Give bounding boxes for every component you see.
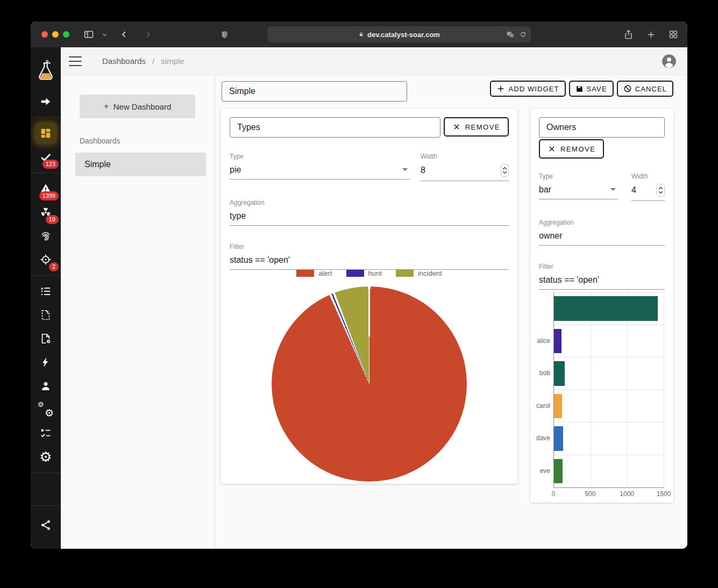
sidebar-item-users[interactable] [34, 374, 58, 398]
type-select-field[interactable]: Type pie [230, 153, 410, 181]
catalyst-flask-logo[interactable] [34, 51, 58, 90]
sidebar-item-alerts[interactable]: 1399 [34, 177, 58, 200]
rail-spacer [31, 472, 61, 505]
tasks-badge: 123 [42, 160, 59, 169]
minimize-window-button[interactable] [52, 31, 59, 38]
gridline [664, 292, 664, 487]
hunts-badge: 2 [49, 262, 59, 271]
forward-icon[interactable] [141, 28, 154, 41]
new-dashboard-button[interactable]: + New Dashboard [80, 95, 195, 118]
bar[interactable] [554, 426, 563, 451]
bar-category-label: bob [534, 357, 550, 390]
legend-label: incident [418, 269, 442, 277]
remove-widget-button[interactable]: REMOVE [444, 117, 509, 137]
privacy-shield-icon[interactable] [218, 28, 231, 41]
aggregation-field[interactable]: Aggregation type [230, 199, 509, 226]
sidebar-item-settings[interactable]: ⚙ [34, 445, 58, 469]
legend-label: hunt [368, 269, 382, 277]
traffic-lights [41, 31, 69, 38]
dashboard-title-input[interactable] [222, 81, 407, 102]
chevron-down-icon[interactable] [101, 28, 108, 41]
type-value: bar [539, 185, 551, 195]
sidebar-item-share[interactable] [34, 513, 58, 537]
sidebar-item-dashboards[interactable] [34, 121, 58, 145]
sidebar-item-tasks[interactable]: 123 [34, 145, 58, 169]
widget-name-input[interactable] [539, 117, 665, 138]
add-widget-button[interactable]: ADD WIDGET [490, 81, 565, 97]
pie-chart[interactable] [272, 286, 467, 482]
browser-titlebar: dev.catalyst-soar.com [31, 21, 687, 47]
sidebar-item-arrow[interactable] [34, 90, 58, 113]
width-label: Width [421, 153, 509, 160]
bar[interactable] [554, 394, 562, 419]
sidebar-item-hunts[interactable]: 2 [34, 248, 58, 271]
user-avatar[interactable] [662, 54, 677, 69]
legend-swatch [296, 270, 314, 277]
cancel-button[interactable]: CANCEL [617, 81, 673, 97]
bar[interactable] [554, 329, 561, 354]
menu-icon[interactable] [69, 56, 82, 66]
sidebar-item-forensics[interactable] [34, 224, 58, 248]
share-page-icon[interactable] [622, 28, 635, 41]
number-stepper[interactable] [657, 184, 665, 197]
bar[interactable] [554, 459, 563, 484]
legend-swatch [346, 270, 364, 277]
plus-icon [496, 84, 505, 93]
bar-row [554, 455, 664, 488]
remove-label: REMOVE [465, 123, 500, 131]
sidebar-item-jobs[interactable]: ⚙ ⚙ [34, 398, 58, 421]
widget-name-input[interactable] [230, 117, 440, 138]
gear-icon: ⚙ [39, 450, 52, 464]
legend-item[interactable]: alert [296, 269, 332, 277]
url-text: dev.catalyst-soar.com [367, 31, 440, 39]
alerts-badge: 1399 [39, 191, 59, 200]
sidebar-item-lists[interactable] [34, 279, 58, 303]
bar-category-label [534, 292, 550, 325]
address-bar[interactable]: dev.catalyst-soar.com [267, 26, 531, 42]
save-label: SAVE [587, 85, 607, 93]
width-value: 8 [421, 166, 425, 175]
legend-item[interactable]: incident [396, 269, 442, 277]
width-field[interactable]: Width 4 [631, 173, 665, 201]
app-rail: 123 1399 19 [31, 47, 61, 549]
bar[interactable] [554, 296, 658, 321]
type-label: Type [539, 173, 618, 180]
breadcrumb-dashboards[interactable]: Dashboards [102, 56, 146, 66]
bar-row [554, 357, 664, 390]
type-select-field[interactable]: Type bar [539, 173, 618, 201]
sidebar-item-rules[interactable] [34, 421, 58, 445]
tab-overview-icon[interactable] [667, 28, 680, 41]
dashboard-list-item[interactable]: Simple [75, 153, 206, 176]
zoom-window-button[interactable] [63, 31, 69, 38]
x-tick-label: 1000 [620, 490, 634, 498]
aggregation-label: Aggregation [539, 219, 665, 226]
filter-field[interactable]: Filter status == 'open' [230, 243, 509, 270]
filter-label: Filter [230, 243, 509, 250]
reload-icon[interactable] [520, 31, 527, 38]
translate-icon[interactable] [507, 31, 515, 38]
remove-widget-button[interactable]: REMOVE [539, 139, 604, 159]
width-field[interactable]: Width 8 [421, 153, 509, 181]
aggregation-field[interactable]: Aggregation owner [539, 219, 665, 246]
legend-item[interactable]: hunt [346, 269, 382, 277]
width-label: Width [631, 173, 665, 180]
new-tab-icon[interactable] [644, 28, 657, 41]
save-button[interactable]: SAVE [569, 81, 614, 97]
dashboard-editor: ADD WIDGET SAVE CANCEL [215, 75, 687, 549]
bar[interactable] [554, 361, 565, 386]
breadcrumb-separator: / [152, 56, 154, 66]
sidebar-item-incidents[interactable]: 19 [34, 200, 58, 224]
legend-swatch [396, 270, 414, 277]
sidebar-item-playbooks[interactable] [34, 327, 58, 350]
number-stepper[interactable] [501, 164, 509, 177]
sidebar-toggle-icon[interactable] [82, 28, 95, 41]
file-gear-icon [40, 333, 52, 345]
close-window-button[interactable] [41, 31, 48, 38]
sidebar-item-templates[interactable] [34, 303, 58, 327]
sidebar-item-automations[interactable] [34, 350, 58, 374]
bar-category-label: dave [534, 422, 550, 455]
back-icon[interactable] [118, 28, 131, 41]
bar-row [554, 422, 664, 455]
widget-card-types: REMOVE Type pie [221, 109, 517, 484]
bar-chart[interactable]: alicebobcaroldaveeve 050010001500 [539, 286, 665, 502]
